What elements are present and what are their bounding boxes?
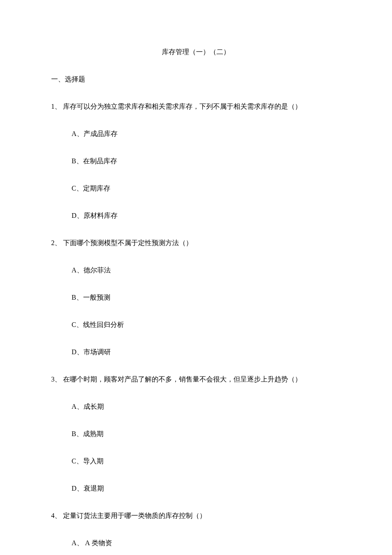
question-option: B、一般预测 bbox=[72, 292, 341, 303]
question-text: 4、 定量订货法主要用于哪一类物质的库存控制（） bbox=[51, 511, 341, 521]
question-option: A、德尔菲法 bbox=[72, 265, 341, 275]
question-text: 2、 下面哪个预测模型不属于定性预测方法（） bbox=[51, 238, 341, 248]
question-option: C、导入期 bbox=[72, 456, 341, 466]
document-title: 库存管理（一）（二） bbox=[51, 47, 341, 57]
question-option: D、原材料库存 bbox=[72, 211, 341, 221]
question-option: C、定期库存 bbox=[72, 183, 341, 194]
question-option: A、成长期 bbox=[72, 402, 341, 412]
question-option: A、 A 类物资 bbox=[72, 538, 341, 548]
question-text: 1、 库存可以分为独立需求库存和相关需求库存，下列不属于相关需求库存的是（） bbox=[51, 101, 341, 112]
question-option: B、成熟期 bbox=[72, 429, 341, 439]
question-option: D、市场调研 bbox=[72, 347, 341, 357]
question-option: A、产成品库存 bbox=[72, 129, 341, 139]
question-option: B、在制品库存 bbox=[72, 156, 341, 166]
question-text: 3、 在哪个时期，顾客对产品了解的不多，销售量不会很大，但呈逐步上升趋势（） bbox=[51, 374, 341, 384]
question-option: D、衰退期 bbox=[72, 483, 341, 494]
question-option: C、线性回归分析 bbox=[72, 320, 341, 330]
section-heading: 一、选择题 bbox=[51, 74, 341, 84]
